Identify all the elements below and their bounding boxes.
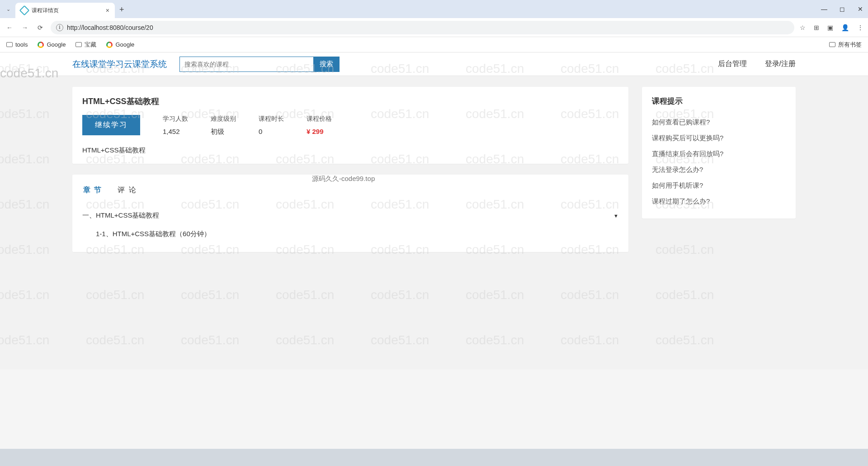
search-input[interactable] [179, 57, 313, 72]
url-text: http://localhost:8080/course/20 [67, 24, 153, 31]
chapters-card: 源码久久-code99.top 章 节 评 论 一、HTML+CSS基础教程 ▼… [72, 175, 628, 252]
watermark: code51.cn [371, 333, 429, 347]
bookmark-item[interactable]: 宝藏 [75, 41, 96, 49]
folder-icon [6, 42, 13, 47]
faq-item[interactable]: 如何用手机听课? [652, 178, 786, 194]
sidebar-title: 课程提示 [652, 96, 786, 106]
watermark: code51.cn [561, 333, 619, 347]
watermark: code51.cn [181, 333, 239, 347]
watermark: code51.cn [466, 333, 524, 347]
faq-item[interactable]: 如何查看已购课程? [652, 114, 786, 130]
watermark: code51.cn [276, 333, 334, 347]
bookmark-item[interactable]: Google [106, 41, 134, 48]
course-info-card: HTML+CSS基础教程 继续学习 学习人数 1,452 难度级别 初级 课程时… [72, 87, 628, 164]
stat-price: 课程价格 ¥ 299 [307, 115, 332, 135]
chapter-title: 一、HTML+CSS基础教程 [82, 211, 159, 220]
course-title: HTML+CSS基础教程 [82, 96, 618, 107]
watermark: code51.cn [371, 288, 429, 302]
window-controls: ― ◻ ✕ [820, 0, 864, 18]
tab-chapter[interactable]: 章 节 [82, 184, 103, 197]
site-header: 在线课堂学习云课堂系统 搜索 后台管理 登录/注册 [0, 52, 868, 76]
diamond-icon [19, 5, 30, 16]
menu-icon[interactable]: ⋮ [857, 24, 863, 31]
tabs-dropdown-icon[interactable]: ⌄ [4, 5, 13, 14]
folder-icon [829, 42, 835, 47]
browser-tab[interactable]: 课程详情页 × [15, 3, 115, 18]
faq-item[interactable]: 课程过期了怎么办? [652, 194, 786, 209]
center-watermark: 源码久久-code99.top [312, 175, 375, 183]
watermark: code51.cn [466, 288, 524, 302]
back-button[interactable]: ← [5, 23, 14, 33]
profile-icon[interactable]: 👤 [841, 24, 849, 31]
course-description: HTML+CSS基础教程 [82, 146, 618, 155]
watermark: code51.cn [86, 333, 144, 347]
watermark: code51.cn [656, 333, 714, 347]
close-window-icon[interactable]: ✕ [856, 5, 864, 13]
watermark: code51.cn [181, 288, 239, 302]
bookmark-item[interactable]: Google [38, 41, 66, 48]
folder-icon [75, 42, 82, 47]
lesson-item[interactable]: 1-1、HTML+CSS基础教程（60分钟） [82, 225, 618, 243]
all-bookmarks[interactable]: 所有书签 [829, 41, 862, 49]
watermark: code51.cn [276, 288, 334, 302]
page-content: code51.cn 在线课堂学习云课堂系统 搜索 后台管理 登录/注册 HTML… [0, 52, 868, 369]
close-icon[interactable]: × [106, 7, 109, 14]
chapter-header[interactable]: 一、HTML+CSS基础教程 ▼ [82, 206, 618, 225]
stat-students: 学习人数 1,452 [163, 115, 188, 135]
faq-item[interactable]: 课程购买后可以更换吗? [652, 130, 786, 146]
faq-item[interactable]: 直播结束后会有回放吗? [652, 146, 786, 162]
reload-button[interactable]: ⟳ [35, 23, 45, 33]
watermark: code51.cn [0, 288, 49, 302]
search-button[interactable]: 搜索 [313, 57, 340, 72]
course-tips-card: 课程提示 如何查看已购课程? 课程购买后可以更换吗? 直播结束后会有回放吗? 无… [642, 87, 796, 219]
star-icon[interactable]: ☆ [800, 24, 806, 31]
content-tabs: 章 节 评 论 [82, 184, 618, 197]
faq-item[interactable]: 无法登录怎么办? [652, 162, 786, 178]
bookmark-item[interactable]: tools [6, 41, 28, 48]
brand-logo[interactable]: 在线课堂学习云课堂系统 [72, 58, 167, 70]
sidepanel-icon[interactable]: ▣ [827, 24, 833, 31]
minimize-icon[interactable]: ― [820, 5, 828, 13]
tab-title: 课程详情页 [32, 7, 102, 14]
info-icon[interactable]: i [56, 24, 63, 31]
nav-links: 后台管理 登录/注册 [718, 59, 796, 69]
stat-duration: 课程时长 0 [259, 115, 284, 135]
google-icon [106, 42, 113, 48]
extensions-icon[interactable]: ⊞ [814, 24, 819, 31]
nav-login[interactable]: 登录/注册 [765, 59, 796, 69]
nav-admin[interactable]: 后台管理 [718, 59, 747, 69]
stat-level: 难度级别 初级 [211, 115, 236, 136]
browser-titlebar: ⌄ 课程详情页 × + ― ◻ ✕ [0, 0, 868, 18]
watermark: code51.cn [0, 333, 49, 347]
maximize-icon[interactable]: ◻ [838, 5, 846, 13]
tab-comment[interactable]: 评 论 [117, 184, 137, 197]
search-box: 搜索 [179, 57, 340, 72]
watermark: code51.cn [656, 288, 714, 302]
url-field[interactable]: i http://localhost:8080/course/20 [51, 21, 794, 34]
watermark: code51.cn [561, 288, 619, 302]
watermark: code51.cn [86, 288, 144, 302]
new-tab-button[interactable]: + [119, 5, 124, 14]
address-bar: ← → ⟳ i http://localhost:8080/course/20 … [0, 18, 868, 37]
google-icon [38, 42, 44, 48]
forward-button[interactable]: → [20, 23, 30, 33]
bookmarks-bar: tools Google 宝藏 Google 所有书签 [0, 37, 868, 52]
continue-learning-button[interactable]: 继续学习 [82, 115, 140, 135]
faq-list: 如何查看已购课程? 课程购买后可以更换吗? 直播结束后会有回放吗? 无法登录怎么… [652, 114, 786, 209]
chevron-down-icon: ▼ [613, 213, 618, 219]
